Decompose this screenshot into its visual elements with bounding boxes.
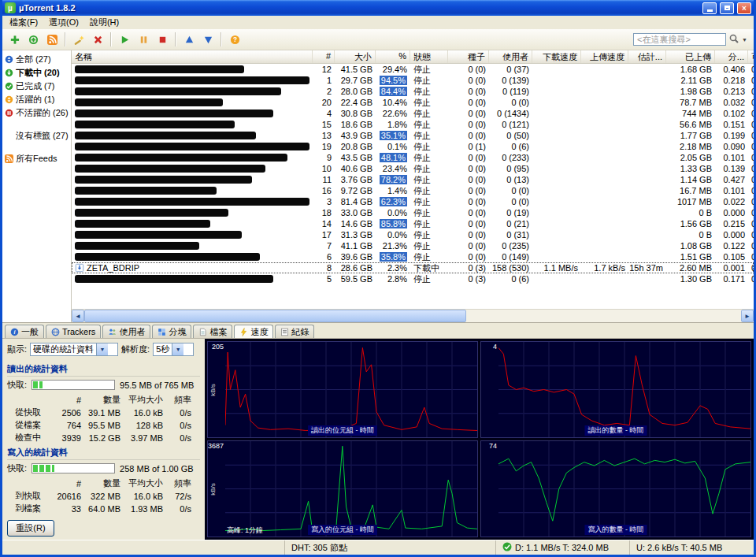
torrent-row[interactable]: 1920.8 GB0.1%停止0 (1)0 (6)2.18 MB0.0900. bbox=[72, 141, 754, 152]
move-down-button[interactable] bbox=[199, 31, 217, 48]
stat-table: #數量平均大小頻率 從快取250639.1 MB16.0 kB0/s從檔案764… bbox=[15, 394, 191, 444]
cell-avail: 0. bbox=[748, 76, 754, 85]
torrent-row[interactable]: 1833.0 GB0.0%停止0 (0)0 (19)0 B0.0000. bbox=[72, 207, 754, 218]
torrent-row[interactable]: 1241.5 GB29.4%停止0 (0)0 (37)1.68 GB0.4060… bbox=[72, 64, 754, 75]
create-button[interactable] bbox=[70, 31, 87, 48]
cell-size: 30.8 GB bbox=[335, 109, 376, 118]
remove-button[interactable] bbox=[89, 31, 106, 48]
column-header-eta[interactable]: 估計... bbox=[628, 50, 666, 63]
tab-files[interactable]: 檔案 bbox=[193, 325, 232, 338]
start-button[interactable] bbox=[116, 31, 133, 48]
column-header-size[interactable]: 大小 bbox=[335, 50, 376, 63]
cell-name bbox=[72, 253, 313, 261]
menu-item-0[interactable]: 檔案(F) bbox=[4, 16, 43, 29]
tab-trackers[interactable]: Trackers bbox=[46, 325, 101, 338]
torrent-row[interactable]: ZETA_BDRIP828.6 GB2.3%下載中0 (3)158 (530)1… bbox=[72, 262, 754, 273]
peak-label: 高峰: 1分鐘 bbox=[227, 525, 263, 536]
tab-speed[interactable]: 速度 bbox=[234, 325, 273, 338]
scroll-thumb[interactable] bbox=[84, 310, 466, 322]
resolution-select[interactable]: 5秒 ▼ bbox=[153, 343, 194, 356]
reset-button[interactable]: 重設(R) bbox=[7, 520, 54, 537]
tab-pieces[interactable]: 分塊 bbox=[152, 325, 191, 338]
cell-seeds: 0 (0) bbox=[448, 153, 489, 162]
scroll-track[interactable] bbox=[466, 310, 741, 322]
torrent-row[interactable]: 1518.6 GB1.8%停止0 (0)0 (121)56.6 MB0.1510… bbox=[72, 119, 754, 130]
cell-avail: 0. bbox=[748, 186, 754, 195]
column-header-ratio[interactable]: 分... bbox=[715, 50, 748, 63]
help-button[interactable]: ? bbox=[226, 31, 243, 48]
completed-icon bbox=[5, 82, 13, 91]
menu-item-1[interactable]: 選項(O) bbox=[43, 16, 84, 29]
show-select[interactable]: 硬碟的統計資料 ▼ bbox=[30, 343, 118, 356]
cell-size: 59.5 GB bbox=[335, 274, 376, 284]
search-input[interactable]: <在這裏搜尋> bbox=[633, 33, 726, 46]
sidebar-item-label: 活躍的 (1) bbox=[16, 94, 55, 106]
column-header-ul[interactable]: 上傳速度 bbox=[581, 50, 628, 63]
cell-ratio: 0.101 bbox=[715, 153, 748, 162]
torrent-row[interactable]: 1343.9 GB35.1%停止0 (0)0 (50)1.77 GB0.1990… bbox=[72, 130, 754, 141]
torrent-row[interactable]: 2022.4 GB10.4%停止0 (0)0 (0)78.7 MB0.0320. bbox=[72, 97, 754, 108]
add-url-button[interactable] bbox=[24, 31, 42, 48]
cell-avail: 0. bbox=[748, 263, 754, 273]
cell-pct: 85.8% bbox=[376, 219, 410, 228]
torrent-row[interactable]: 1040.6 GB23.4%停止0 (0)0 (95)1.33 GB0.1390… bbox=[72, 163, 754, 174]
cell-name bbox=[72, 176, 313, 184]
pause-button[interactable] bbox=[135, 31, 152, 48]
column-header-uploaded[interactable]: 已上傳 bbox=[666, 50, 715, 63]
stop-button[interactable] bbox=[154, 31, 171, 48]
cell-seeds: 0 (0) bbox=[448, 120, 489, 129]
torrent-row[interactable]: 741.1 GB21.3%停止0 (0)0 (235)1.08 GB0.1220… bbox=[72, 240, 754, 251]
column-header-dl[interactable]: 下載速度 bbox=[532, 50, 581, 63]
cell-avail: 0. bbox=[748, 142, 754, 151]
column-header-name[interactable]: 名稱 bbox=[72, 50, 313, 63]
torrent-row[interactable]: 639.6 GB35.8%停止0 (0)0 (149)1.51 GB0.1050… bbox=[72, 251, 754, 262]
column-header-peers[interactable]: 使用者 bbox=[489, 50, 532, 63]
search-engine-dropdown-icon[interactable]: ▼ bbox=[742, 37, 747, 43]
cell-ratio: 0.122 bbox=[715, 241, 748, 251]
cell-name bbox=[72, 187, 313, 195]
scroll-left-button[interactable]: ◄ bbox=[72, 310, 84, 322]
torrent-row[interactable]: 129.7 GB94.5%停止0 (0)0 (139)2.11 GB0.2180… bbox=[72, 75, 754, 86]
sidebar-item-0[interactable]: 全部 (27) bbox=[2, 53, 71, 66]
column-header-avail[interactable]: 可用 bbox=[748, 50, 754, 63]
minimize-button[interactable] bbox=[702, 2, 717, 14]
scroll-right-button[interactable]: ► bbox=[741, 310, 754, 322]
torrent-row[interactable]: 430.8 GB22.6%停止0 (0)0 (1434)744 MB0.1020… bbox=[72, 108, 754, 119]
cell-name bbox=[72, 143, 313, 150]
column-header-pct[interactable]: % bbox=[376, 50, 410, 63]
torrent-row[interactable]: 1414.6 GB85.8%停止0 (0)0 (21)1.56 GB0.2150… bbox=[72, 218, 754, 229]
sidebar-item-5[interactable]: 沒有標籤 (27) bbox=[2, 129, 71, 143]
menu-item-2[interactable]: 說明(H) bbox=[84, 16, 124, 29]
tab-logger[interactable]: 紀錄 bbox=[275, 325, 314, 338]
rss-button[interactable] bbox=[43, 31, 61, 48]
tab-general[interactable]: i一般 bbox=[5, 325, 44, 338]
torrent-row[interactable]: 943.5 GB48.1%停止0 (0)0 (233)2.05 GB0.1010… bbox=[72, 152, 754, 163]
search-icon[interactable] bbox=[728, 33, 739, 46]
sidebar-item-6[interactable]: 所有Feeds bbox=[2, 152, 71, 165]
column-header-num[interactable]: # bbox=[313, 50, 335, 63]
cell-uploaded: 1017 MB bbox=[666, 197, 715, 206]
horizontal-scrollbar[interactable]: ◄ ► bbox=[72, 309, 754, 322]
sidebar-item-1[interactable]: 下載中 (20) bbox=[2, 66, 71, 80]
maximize-button[interactable] bbox=[720, 2, 734, 14]
torrent-row[interactable]: 559.5 GB2.8%停止0 (3)0 (6)1.30 GB0.1710. bbox=[72, 273, 754, 284]
tab-label: 紀錄 bbox=[291, 326, 309, 338]
sidebar-item-4[interactable]: 不活躍的 (26) bbox=[2, 106, 71, 120]
column-header-status[interactable]: 狀態 bbox=[410, 50, 448, 63]
files-icon bbox=[198, 328, 207, 336]
sidebar-item-3[interactable]: 活躍的 (1) bbox=[2, 93, 71, 106]
torrent-row[interactable]: 1731.3 GB0.0%停止0 (0)0 (31)0 B0.0000. bbox=[72, 229, 754, 240]
cell-size: 14.6 GB bbox=[335, 219, 376, 228]
move-up-button[interactable] bbox=[180, 31, 198, 48]
sidebar-item-2[interactable]: 已完成 (7) bbox=[2, 80, 71, 93]
torrent-row[interactable]: 113.76 GB78.2%停止0 (0)0 (13)1.14 GB0.4270… bbox=[72, 174, 754, 185]
torrent-row[interactable]: 228.0 GB84.4%停止0 (0)0 (119)1.98 GB0.2130… bbox=[72, 86, 754, 97]
column-header-seeds[interactable]: 種子 bbox=[448, 50, 489, 63]
torrent-row[interactable]: 169.72 GB1.4%停止0 (0)0 (0)16.7 MB0.1010. bbox=[72, 185, 754, 196]
titlebar[interactable]: µ µTorrent 1.8.2 × bbox=[2, 0, 754, 16]
close-button[interactable]: × bbox=[737, 2, 751, 14]
torrent-row[interactable]: 381.4 GB62.3%停止0 (0)0 (0)1017 MB0.0220. bbox=[72, 196, 754, 207]
add-torrent-icon bbox=[9, 35, 20, 45]
add-torrent-button[interactable] bbox=[6, 31, 23, 48]
tab-peers[interactable]: 使用者 bbox=[102, 325, 150, 338]
